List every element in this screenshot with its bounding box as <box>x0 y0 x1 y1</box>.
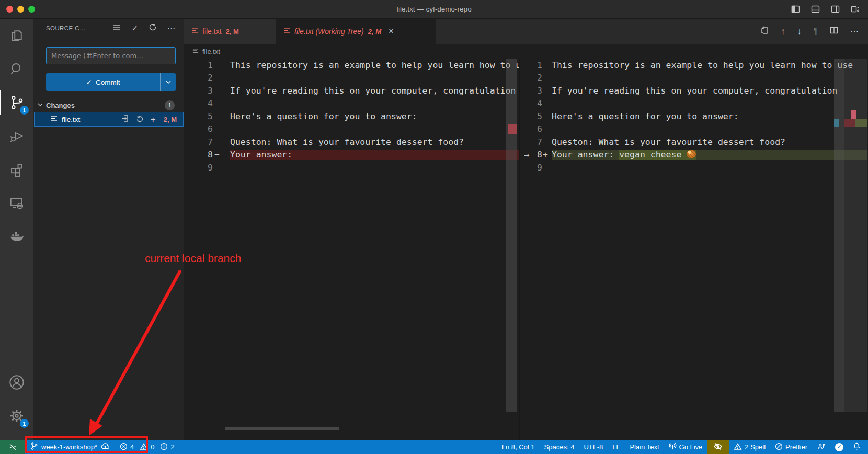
discard-changes-icon[interactable] <box>136 115 144 124</box>
inserted-code-line[interactable]: →8+Your answer: vegan cheese <box>520 149 867 162</box>
extensions-icon <box>9 162 25 177</box>
open-file-icon[interactable] <box>121 115 129 124</box>
changed-file-row[interactable]: file.txt + 2, M <box>34 112 184 127</box>
changes-section-header[interactable]: Changes 1 <box>33 98 184 112</box>
commit-message-input[interactable] <box>46 47 176 64</box>
activity-source-control[interactable]: 1 <box>0 86 33 119</box>
scm-badge: 1 <box>20 106 29 115</box>
commit-dropdown-button[interactable] <box>160 73 176 91</box>
activity-remote-explorer[interactable] <box>0 186 33 220</box>
file-status-badge: 2, M <box>164 116 177 123</box>
split-editor-icon[interactable] <box>830 26 838 37</box>
breadcrumb[interactable]: file.txt <box>184 44 868 59</box>
info-count: 2 <box>170 443 174 451</box>
sidebar-title: SOURCE C… <box>46 25 86 31</box>
customize-layout-icon[interactable] <box>851 5 860 14</box>
window-title: file.txt — cyf-demo-repo <box>0 5 868 13</box>
watch-off-item[interactable] <box>707 440 729 454</box>
minimize-window-button[interactable] <box>17 6 24 13</box>
changed-file-name: file.txt <box>62 116 80 123</box>
cursor-position-item[interactable]: Ln 8, Col 1 <box>497 440 540 454</box>
go-live-item[interactable]: Go Live <box>664 440 707 454</box>
code-line[interactable]: 9 <box>184 161 519 174</box>
activity-accounts[interactable] <box>0 366 33 399</box>
close-window-button[interactable] <box>6 6 13 13</box>
sync-status-item[interactable]: ✓ <box>830 440 848 454</box>
activity-docker[interactable] <box>0 220 33 253</box>
previous-change-icon[interactable]: ↑ <box>781 27 785 36</box>
changes-label: Changes <box>46 101 75 109</box>
code-line[interactable]: 7Queston: What is your favourite dessert… <box>184 135 519 149</box>
horizontal-scrollbar[interactable] <box>225 427 339 430</box>
text-file-icon <box>191 27 198 36</box>
diff-original-pane: 1This repository is an example to help y… <box>184 59 520 440</box>
text-file-icon <box>51 115 58 124</box>
language-mode-item[interactable]: Plain Text <box>625 440 664 454</box>
indentation-item[interactable]: Spaces: 4 <box>540 440 579 454</box>
commit-check-icon[interactable]: ✓ <box>131 24 138 33</box>
activity-explorer[interactable] <box>0 19 33 52</box>
code-line[interactable]: 9 <box>520 161 867 174</box>
diff-editor: 1This repository is an example to help y… <box>184 59 868 440</box>
next-change-icon[interactable]: ↓ <box>797 27 801 36</box>
vscode-window: file.txt — cyf-demo-repo 1 <box>0 0 868 454</box>
render-whitespace-icon[interactable]: ¶ <box>813 27 818 36</box>
code-line[interactable]: 7Queston: What is your favourite dessert… <box>520 135 867 149</box>
code-line[interactable]: 6 <box>184 123 519 136</box>
toggle-secondary-sidebar-icon[interactable] <box>831 5 840 14</box>
more-actions-icon[interactable]: ⋯ <box>167 24 175 33</box>
code-line[interactable]: 5Here's a question for you to answer: <box>184 110 519 123</box>
vertical-scrollbar[interactable] <box>506 59 517 412</box>
toggle-sidebar-icon[interactable] <box>791 5 800 14</box>
encoding-item[interactable]: UTF-8 <box>579 440 608 454</box>
notifications-item[interactable] <box>848 440 868 454</box>
stage-changes-icon[interactable]: + <box>151 115 156 124</box>
person-flag-icon <box>817 442 826 452</box>
commit-button[interactable]: ✓ Commit <box>46 73 176 91</box>
code-line[interactable]: 2 <box>520 72 867 85</box>
vertical-scrollbar[interactable] <box>834 59 844 412</box>
toggle-panel-icon[interactable] <box>811 5 820 14</box>
bell-icon <box>853 442 861 452</box>
revert-change-arrow-icon[interactable]: → <box>520 150 533 160</box>
text-file-icon <box>192 48 199 55</box>
code-line[interactable]: 1This repository is an example to help y… <box>184 59 519 72</box>
spell-checker-item[interactable]: 2 Spell <box>729 440 770 454</box>
overview-ruler-marker <box>844 119 855 127</box>
code-line[interactable]: 5Here's a question for you to answer: <box>520 110 867 123</box>
code-line[interactable]: 4 <box>520 97 867 110</box>
code-line[interactable]: 3If you're reading this on your computer… <box>520 84 867 97</box>
open-changes-icon[interactable] <box>760 26 769 37</box>
refresh-icon[interactable] <box>149 23 157 33</box>
activity-search[interactable] <box>0 52 33 86</box>
remote-indicator[interactable] <box>0 440 25 454</box>
overview-ruler-marker <box>508 124 517 134</box>
eol-item[interactable]: LF <box>608 440 625 454</box>
code-line[interactable]: 6 <box>520 123 867 136</box>
deleted-code-line[interactable]: 8−Your answer: <box>184 149 519 162</box>
code-line[interactable]: 3If you're reading this on your computer… <box>184 84 519 97</box>
activity-bar: 1 1 <box>0 19 33 440</box>
view-as-list-icon[interactable] <box>112 23 121 33</box>
tab-status-badge: 2, M <box>226 28 239 36</box>
tab-file-txt-working-tree[interactable]: file.txt (Working Tree) 2, M × <box>276 19 436 44</box>
settings-badge: 1 <box>20 419 29 428</box>
code-line[interactable]: 4 <box>184 97 519 110</box>
activity-settings[interactable]: 1 <box>0 399 33 433</box>
eye-slash-icon <box>713 442 723 452</box>
commit-button-label: Commit <box>96 78 120 86</box>
tab-file-txt[interactable]: file.txt 2, M <box>184 19 276 44</box>
close-tab-icon[interactable]: × <box>389 26 394 37</box>
code-line[interactable]: 2 <box>184 72 519 85</box>
zoom-window-button[interactable] <box>28 6 35 13</box>
more-actions-icon[interactable]: ⋯ <box>850 27 859 37</box>
activity-extensions[interactable] <box>0 153 33 186</box>
code-line[interactable]: 1This repository is an example to help y… <box>520 59 867 72</box>
traffic-lights <box>6 6 35 13</box>
changes-count-badge: 1 <box>165 100 175 110</box>
feedback-item[interactable] <box>812 440 830 454</box>
info-icon <box>160 442 168 452</box>
inserted-marker: + <box>542 150 552 160</box>
activity-run-debug[interactable] <box>0 119 33 153</box>
prettier-item[interactable]: Prettier <box>770 440 812 454</box>
